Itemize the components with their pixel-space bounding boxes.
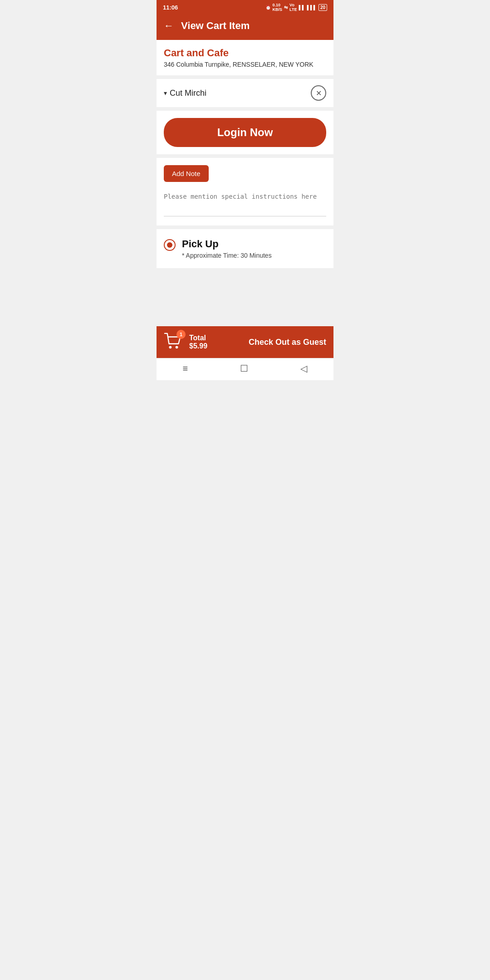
page-title: View Cart Item	[181, 20, 250, 32]
chevron-down-icon[interactable]: ▾	[164, 89, 167, 97]
wifi-icon: ⇋	[284, 5, 288, 10]
alarm-icon: ⏰	[265, 5, 271, 10]
signal-icon-2: ▌▌▌	[307, 5, 317, 10]
phone-container: 11:06 ⏰ 0.10KB/S ⇋ VoLTE ▌▌ ▌▌▌ 20 ← Vie…	[157, 0, 333, 380]
signal-icon-1: ▌▌	[299, 5, 305, 10]
radio-inner	[167, 242, 172, 248]
note-card: Add Note	[157, 158, 333, 225]
pickup-title: Pick Up	[182, 238, 272, 250]
status-icons: ⏰ 0.10KB/S ⇋ VoLTE ▌▌ ▌▌▌ 20	[265, 3, 327, 12]
total-label: Total	[189, 334, 207, 342]
note-input[interactable]	[164, 189, 326, 216]
pickup-info: Pick Up * Approximate Time: 30 Minutes	[182, 238, 272, 259]
back-button[interactable]: ←	[164, 20, 174, 32]
checkout-button[interactable]: Check Out as Guest	[249, 338, 326, 347]
bottom-bar: 1 Total $5.99 Check Out as Guest	[157, 326, 333, 358]
item-name: Cut Mirchi	[170, 88, 206, 98]
total-amount: $5.99	[189, 342, 207, 350]
login-card: Login Now	[157, 111, 333, 154]
content-area: Cart and Cafe 346 Columbia Turnpike, REN…	[157, 40, 333, 326]
svg-point-0	[169, 346, 172, 348]
pickup-time: * Approximate Time: 30 Minutes	[182, 252, 272, 259]
restaurant-name: Cart and Cafe	[164, 47, 326, 59]
restaurant-address: 346 Columbia Turnpike, RENSSELAER, NEW Y…	[164, 61, 326, 68]
status-bar: 11:06 ⏰ 0.10KB/S ⇋ VoLTE ▌▌ ▌▌▌ 20	[157, 0, 333, 15]
pickup-radio[interactable]	[164, 239, 176, 251]
login-button[interactable]: Login Now	[164, 118, 326, 147]
menu-icon[interactable]: ≡	[183, 363, 188, 374]
cart-icon-wrapper: 1	[164, 333, 183, 352]
volte-icon: VoLTE	[289, 3, 297, 12]
battery-icon: 20	[318, 4, 327, 11]
svg-point-1	[176, 346, 178, 348]
spacer	[157, 272, 333, 326]
data-speed: 0.10KB/S	[273, 3, 283, 12]
pickup-row: Pick Up * Approximate Time: 30 Minutes	[164, 238, 326, 259]
header: ← View Cart Item	[157, 15, 333, 40]
home-icon[interactable]: ☐	[240, 363, 248, 374]
back-nav-icon[interactable]: ◁	[300, 363, 307, 374]
total-section: Total $5.99	[189, 334, 207, 350]
status-time: 11:06	[163, 4, 178, 11]
item-left: ▾ Cut Mirchi	[164, 88, 206, 98]
pickup-card: Pick Up * Approximate Time: 30 Minutes	[157, 229, 333, 268]
cart-badge: 1	[176, 330, 186, 339]
nav-bar: ≡ ☐ ◁	[157, 358, 333, 380]
cart-item-card: ▾ Cut Mirchi ✕	[157, 79, 333, 107]
cart-section: 1 Total $5.99	[164, 333, 207, 352]
remove-item-button[interactable]: ✕	[311, 85, 326, 101]
add-note-button[interactable]: Add Note	[164, 165, 209, 182]
restaurant-card: Cart and Cafe 346 Columbia Turnpike, REN…	[157, 40, 333, 75]
